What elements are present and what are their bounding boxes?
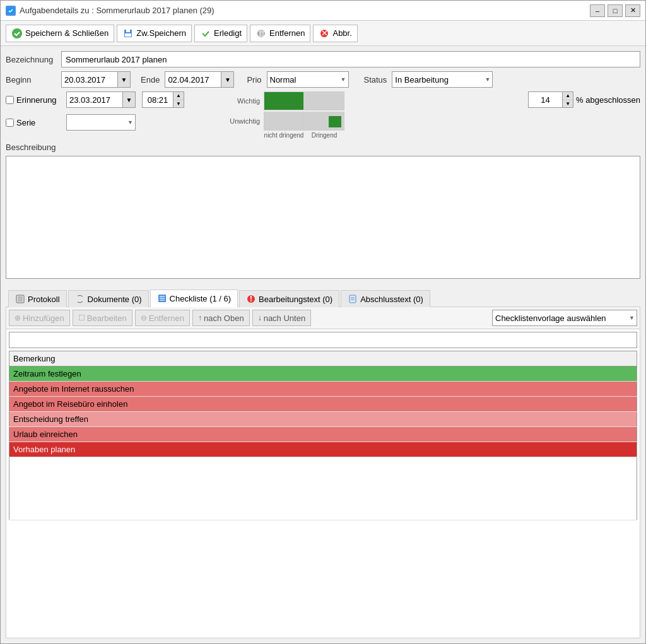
hinzufuegen-icon: ⊕ (15, 313, 21, 322)
tab-bearbeitungstext[interactable]: ! Bearbeitungstext (0) (239, 290, 339, 307)
bearbeiten-icon: ☐ (78, 313, 85, 322)
dokumente-icon (75, 294, 85, 304)
erinnerung-time-input[interactable] (142, 91, 173, 108)
erinnerung-checkbox[interactable] (6, 96, 14, 104)
dringend-label: Dringend (304, 132, 344, 139)
time-up-button[interactable]: ▲ (173, 92, 184, 100)
serie-checkbox-label[interactable]: Serie (6, 118, 62, 127)
svg-rect-4 (125, 33, 131, 37)
serie-checkbox-row: Serie (6, 114, 184, 131)
matrix-unwichtig-row: Unwichtig (227, 112, 344, 131)
status-label: Status (364, 75, 387, 85)
tab-dokumente[interactable]: Dokumente (0) (68, 290, 149, 307)
nach-oben-label: nach Oben (204, 313, 244, 323)
checkliste-icon (157, 293, 167, 303)
nach-unten-button[interactable]: ↓ nach Unten (252, 310, 312, 326)
checklist-item-row[interactable]: Zeitraum festlegen (9, 366, 637, 382)
beginn-field: ▼ (61, 71, 131, 88)
checklist-item-row[interactable]: Angebote im Internet raussuchen (9, 382, 637, 397)
ende-calendar-button[interactable]: ▼ (221, 71, 234, 88)
matrix-cell-wichtig-dringend (304, 91, 344, 110)
erinnerung-time-field: ▲ ▼ (142, 91, 184, 108)
erinnerung-calendar-button[interactable]: ▼ (123, 91, 136, 108)
tab-abschlusstext[interactable]: Abschlusstext (0) (341, 290, 430, 307)
maximize-button[interactable]: □ (608, 4, 623, 17)
nach-oben-button[interactable]: ↑ nach Oben (192, 310, 250, 326)
search-input[interactable] (9, 332, 637, 348)
beschreibung-textarea[interactable] (6, 156, 640, 279)
remove-label: Entfernen (269, 28, 305, 38)
entfernen-button[interactable]: ⊖ Entfernen (135, 310, 190, 326)
vorlage-select[interactable]: Checklistenvorlage auswählen (492, 310, 637, 326)
checklist-item-text: Angebote im Internet raussuchen (9, 382, 637, 397)
checklist-table-wrapper: Bemerkung Zeitraum festlegen Angebote im… (6, 351, 640, 523)
ende-input[interactable] (165, 71, 221, 88)
bearbeiten-button[interactable]: ☐ Bearbeiten (73, 310, 132, 326)
erinnerung-checkbox-row: Erinnerung ▼ ▲ ▼ (6, 91, 184, 108)
cancel-button[interactable]: ✕ Abbr. (313, 25, 357, 42)
prio-select[interactable]: Normal Sehr niedrig Niedrig Hoch Sehr ho… (267, 71, 349, 88)
hinzufuegen-button[interactable]: ⊕ Hinzufügen (9, 310, 70, 326)
checklist-item-row[interactable]: Entscheidung treffen (9, 412, 637, 427)
nicht-dringend-label: nicht dringend (264, 132, 304, 139)
bezeichnung-input[interactable] (61, 51, 640, 67)
svg-rect-19 (349, 295, 356, 303)
auto-save-button[interactable]: Zw.Speichern (117, 25, 192, 42)
tab-protokoll-label: Protokoll (28, 295, 60, 304)
remove-button[interactable]: 🗑 Entfernen (250, 25, 310, 42)
checklist-item-text: Zeitraum festlegen (9, 366, 637, 382)
bearbeitungstext-icon: ! (246, 294, 256, 304)
minimize-button[interactable]: – (590, 4, 605, 17)
erinnerung-label-text: Erinnerung (16, 95, 57, 105)
close-button[interactable]: ✕ (625, 4, 640, 17)
tab-checkliste-label: Checkliste (1 / 6) (170, 294, 232, 303)
cancel-icon: ✕ (319, 28, 330, 39)
priority-matrix: Wichtig Unwichtig nicht dringend Dringen… (227, 91, 344, 139)
nach-unten-icon: ↓ (258, 313, 262, 322)
checklist-item-row[interactable]: Angebot im Reisebüro einholen (9, 397, 637, 412)
save-close-label: Speichern & Schließen (25, 28, 109, 38)
serie-select[interactable] (66, 114, 136, 131)
percent-up-button[interactable]: ▲ (563, 92, 573, 100)
entfernen-icon: ⊖ (141, 313, 147, 322)
percent-spinner-buttons: ▲ ▼ (563, 91, 573, 108)
search-row (6, 329, 640, 351)
erinnerung-checkbox-label[interactable]: Erinnerung (6, 95, 62, 105)
status-select[interactable]: In Bearbeitung Nicht begonnen Erledigt W… (392, 71, 493, 88)
checklist-toolbar: ⊕ Hinzufügen ☐ Bearbeiten ⊖ Entfernen ↑ … (6, 307, 640, 329)
beschreibung-label-row: Beschreibung (6, 143, 640, 152)
cancel-label: Abbr. (332, 28, 351, 38)
percent-input[interactable] (528, 91, 563, 108)
matrix-wichtig-row: Wichtig (227, 91, 344, 110)
erinnerung-date-field: ▼ (66, 91, 136, 108)
prio-select-wrapper: Normal Sehr niedrig Niedrig Hoch Sehr ho… (267, 71, 349, 88)
done-button[interactable]: Erledigt (194, 25, 247, 42)
percent-down-button[interactable]: ▼ (563, 100, 573, 108)
checklist-item-row[interactable]: Vorhaben planen (9, 442, 637, 457)
checklist-item-text: Angebot im Reisebüro einholen (9, 397, 637, 412)
beginn-input[interactable] (61, 71, 118, 88)
time-down-button[interactable]: ▼ (173, 100, 184, 108)
abschlusstext-icon (348, 294, 358, 304)
beginn-calendar-button[interactable]: ▼ (118, 71, 131, 88)
title-bar-controls: – □ ✕ (590, 4, 640, 17)
bearbeiten-label: Bearbeiten (87, 313, 127, 323)
tab-checkliste[interactable]: Checkliste (1 / 6) (150, 290, 238, 307)
toolbar: Speichern & Schließen Zw.Speichern Erled… (1, 21, 645, 46)
checklist-item-text: Entscheidung treffen (9, 412, 637, 427)
checklist-panel: ⊕ Hinzufügen ☐ Bearbeiten ⊖ Entfernen ↑ … (6, 307, 640, 638)
erinnerung-date-input[interactable] (66, 91, 123, 108)
svg-text:🗑: 🗑 (257, 28, 266, 38)
serie-label-text: Serie (16, 118, 35, 127)
checklist-header-row: Bemerkung (9, 351, 637, 366)
checklist-item-row[interactable]: Urlaub einreichen (9, 427, 637, 442)
save-close-button[interactable]: Speichern & Schließen (6, 25, 114, 42)
bezeichnung-row: Bezeichnung (6, 51, 640, 67)
matrix-green-indicator (329, 116, 341, 127)
beschreibung-label: Beschreibung (6, 143, 56, 152)
tab-protokoll[interactable]: Protokoll (8, 290, 67, 307)
hinzufuegen-label: Hinzufügen (23, 313, 64, 323)
title-bar-left: Aufgabendetails zu : Sommerurlaub 2017 p… (6, 6, 214, 16)
tab-abschlusstext-label: Abschlusstext (0) (360, 295, 423, 304)
serie-checkbox[interactable] (6, 119, 14, 127)
